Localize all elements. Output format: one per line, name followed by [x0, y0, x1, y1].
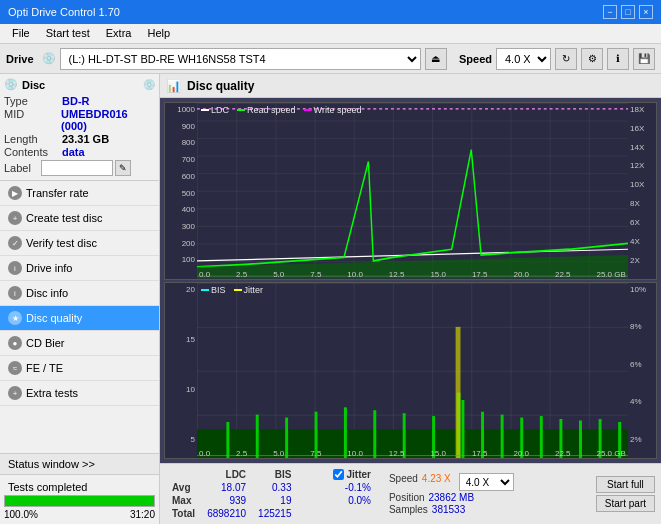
read-speed-dot — [237, 109, 245, 111]
jitter-text: Jitter — [346, 469, 370, 480]
nav-verify-test-disc[interactable]: ✓ Verify test disc — [0, 231, 159, 256]
avg-label: Avg — [166, 481, 201, 494]
samples-row: Samples 381533 — [389, 504, 514, 515]
nav-cd-bier[interactable]: ● CD Bier — [0, 331, 159, 356]
max-label: Max — [166, 494, 201, 507]
avg-jitter: -0.1% — [327, 481, 376, 494]
legend-bis: BIS — [201, 285, 226, 295]
nav-disc-quality[interactable]: ★ Disc quality — [0, 306, 159, 331]
samples-key: Samples — [389, 504, 428, 515]
drive-info-icon: i — [8, 261, 22, 275]
position-value: 23862 MB — [429, 492, 475, 503]
disc-info-icon: i — [8, 286, 22, 300]
drive-select[interactable]: (L:) HL-DT-ST BD-RE WH16NS58 TST4 — [60, 48, 421, 70]
status-window-button[interactable]: Status window >> — [0, 454, 159, 475]
charts-container: 1000 900 800 700 600 500 400 300 200 100 — [160, 98, 661, 463]
jitter-label[interactable]: Jitter — [333, 469, 370, 480]
total-ldc: 6898210 — [201, 507, 252, 520]
nav-fe-te[interactable]: ≈ FE / TE — [0, 356, 159, 381]
menu-help[interactable]: Help — [139, 26, 178, 41]
bottom-panel: LDC BIS Jitter Avg 18. — [160, 463, 661, 524]
nav-extra-tests-label: Extra tests — [26, 387, 78, 399]
drive-toolbar: Drive 💿 (L:) HL-DT-ST BD-RE WH16NS58 TST… — [0, 44, 661, 74]
top-chart-y-right: 18X 16X 14X 12X 10X 8X 6X 4X 2X — [628, 103, 656, 279]
minimize-button[interactable]: − — [603, 5, 617, 19]
settings-button[interactable]: ⚙ — [581, 48, 603, 70]
write-speed-dot — [304, 109, 312, 111]
eject-button[interactable]: ⏏ — [425, 48, 447, 70]
titlebar-controls: − □ × — [603, 5, 653, 19]
contents-value: data — [62, 146, 85, 158]
jitter-dot — [234, 289, 242, 291]
top-chart-legend: LDC Read speed Write speed — [201, 105, 361, 115]
label-input[interactable] — [41, 160, 113, 176]
extra-tests-icon: + — [8, 386, 22, 400]
col-empty — [166, 468, 201, 481]
start-full-button[interactable]: Start full — [596, 476, 655, 493]
legend-jitter: Jitter — [234, 285, 264, 295]
top-chart: 1000 900 800 700 600 500 400 300 200 100 — [164, 102, 657, 280]
progress-percent: 100.0% — [4, 509, 38, 520]
legend-write-speed-label: Write speed — [314, 105, 362, 115]
app-title: Opti Drive Control 1.70 — [8, 6, 120, 18]
titlebar: Opti Drive Control 1.70 − □ × — [0, 0, 661, 24]
svg-rect-0 — [197, 103, 628, 279]
close-button[interactable]: × — [639, 5, 653, 19]
chart-header-icon: 📊 — [166, 79, 181, 93]
nav-transfer-rate[interactable]: ▶ Transfer rate — [0, 181, 159, 206]
start-part-button[interactable]: Start part — [596, 495, 655, 512]
fe-te-icon: ≈ — [8, 361, 22, 375]
label-edit-button[interactable]: ✎ — [115, 160, 131, 176]
disc-panel-title: Disc — [22, 79, 45, 91]
col-spacer — [297, 468, 327, 481]
nav-extra-tests[interactable]: + Extra tests — [0, 381, 159, 406]
top-chart-y-left: 1000 900 800 700 600 500 400 300 200 100 — [165, 103, 197, 279]
menu-file[interactable]: File — [4, 26, 38, 41]
create-test-disc-icon: + — [8, 211, 22, 225]
progress-row: 100.0% 31:20 — [4, 509, 155, 520]
progress-bar-container — [4, 495, 155, 507]
bottom-chart-svg — [197, 283, 628, 459]
speed-label: Speed — [459, 53, 492, 65]
samples-value: 381533 — [432, 504, 465, 515]
top-chart-inner: LDC Read speed Write speed — [197, 103, 628, 279]
speed-info: Speed 4.23 X 4.0 X Position 23862 MB Sam… — [389, 473, 514, 515]
refresh-button[interactable]: ↻ — [555, 48, 577, 70]
maximize-button[interactable]: □ — [621, 5, 635, 19]
legend-write-speed: Write speed — [304, 105, 362, 115]
disc-panel: 💿 Disc 💿 Type BD-R MID UMEBDR016 (000) L… — [0, 74, 159, 181]
menu-extra[interactable]: Extra — [98, 26, 140, 41]
bottom-chart-y-left: 20 15 10 5 — [165, 283, 197, 459]
info-button[interactable]: ℹ — [607, 48, 629, 70]
mid-value: UMEBDR016 (000) — [61, 108, 155, 132]
label-label: Label — [4, 162, 39, 174]
nav-drive-info[interactable]: i Drive info — [0, 256, 159, 281]
legend-ldc: LDC — [201, 105, 229, 115]
type-value: BD-R — [62, 95, 90, 107]
jitter-checkbox[interactable] — [333, 469, 344, 480]
nav-transfer-rate-label: Transfer rate — [26, 187, 89, 199]
speed-select-stat[interactable]: 4.0 X — [459, 473, 514, 491]
legend-read-speed-label: Read speed — [247, 105, 296, 115]
progress-area: Tests completed 100.0% 31:20 — [0, 475, 159, 524]
status-text: Tests completed — [4, 479, 155, 495]
total-bis: 125215 — [252, 507, 297, 520]
main-content: 📊 Disc quality 1000 900 800 700 600 500 … — [160, 74, 661, 524]
legend-ldc-label: LDC — [211, 105, 229, 115]
avg-bis: 0.33 — [252, 481, 297, 494]
save-button[interactable]: 💾 — [633, 48, 655, 70]
nav-drive-info-label: Drive info — [26, 262, 72, 274]
legend-bis-label: BIS — [211, 285, 226, 295]
max-row: Max 939 19 0.0% — [166, 494, 377, 507]
right-buttons: Start full Start part — [596, 476, 655, 512]
bottom-chart-legend: BIS Jitter — [201, 285, 263, 295]
progress-bar-fill — [5, 496, 154, 506]
disc-small-icon: 💿 — [143, 79, 155, 90]
length-label: Length — [4, 133, 62, 145]
top-chart-x-axis: 0.0 2.5 5.0 7.5 10.0 12.5 15.0 17.5 20.0… — [197, 270, 628, 279]
speed-select[interactable]: 4.0 X — [496, 48, 551, 70]
nav-create-test-disc[interactable]: + Create test disc — [0, 206, 159, 231]
nav-disc-info[interactable]: i Disc info — [0, 281, 159, 306]
menu-start-test[interactable]: Start test — [38, 26, 98, 41]
col-bis: BIS — [252, 468, 297, 481]
